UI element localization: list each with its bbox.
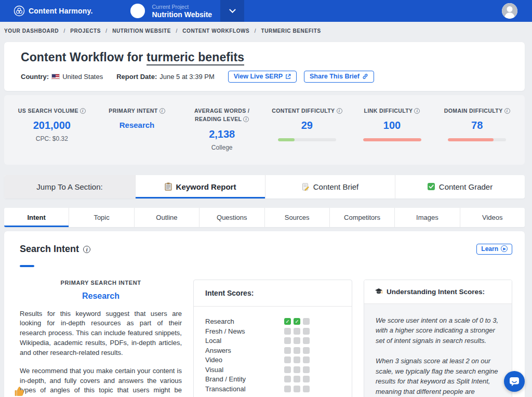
stat-label: CONTENT DIFFICULTY [272, 107, 342, 115]
report-date-value: June 5 at 3:39 PM [159, 73, 215, 81]
breadcrumb-separator: / [255, 28, 256, 34]
info-icon[interactable] [80, 108, 86, 114]
stat-value[interactable]: 100 [357, 120, 428, 131]
stat-value[interactable]: 78 [442, 120, 512, 131]
empty-square-icon [303, 347, 310, 354]
project-selector[interactable]: Current Project Nutrition Website [130, 0, 245, 22]
stat-label: PRIMARY INTENT [102, 107, 172, 115]
breadcrumb-separator: / [105, 28, 107, 34]
info-icon[interactable] [243, 116, 249, 122]
info-icon[interactable] [504, 108, 510, 114]
info-icon[interactable] [414, 108, 420, 114]
tab-intent[interactable]: Intent [4, 208, 69, 227]
stat-value[interactable]: 201,000 [17, 120, 87, 131]
country-value: United States [62, 73, 103, 81]
page-title: Content Workflow for turmeric benefits [21, 50, 512, 64]
us-flag-icon [51, 74, 60, 80]
external-link-icon [285, 74, 291, 80]
workflow-header-card: Content Workflow for turmeric benefits C… [4, 42, 525, 91]
heading-accent-dash [20, 265, 34, 267]
learn-button[interactable]: Learn [476, 244, 512, 255]
score-row-transactional: Transactional [205, 384, 340, 394]
tab-images[interactable]: Images [395, 208, 460, 227]
info-icon[interactable] [337, 108, 342, 114]
info-icon[interactable] [159, 108, 165, 114]
intent-recommendation-paragraph: We recommend that you make certain your … [20, 366, 182, 397]
stat-value[interactable]: 2,138 [187, 128, 257, 140]
project-dropdown-button[interactable] [220, 0, 244, 22]
empty-square-icon [284, 337, 291, 344]
intent-scores-card: Intent Scores: Research✓✓ Fresh / News L… [193, 280, 352, 397]
stat-label: US SEARCH VOLUME [17, 107, 87, 115]
stat-link-difficulty: LINK DIFFICULTY 100 [350, 107, 435, 151]
tab-questions[interactable]: Questions [200, 208, 264, 227]
breadcrumb-separator: / [176, 28, 178, 34]
intent-squares-3 [284, 347, 310, 354]
breadcrumb-keyword[interactable]: TURMERIC BENEFITS [261, 28, 321, 34]
empty-square-icon [303, 386, 310, 392]
intent-squares-5 [284, 366, 310, 373]
empty-square-icon [294, 386, 300, 392]
primary-search-intent-value[interactable]: Research [20, 292, 182, 301]
difficulty-bar [278, 138, 336, 141]
memo-pencil-icon [302, 183, 309, 191]
keyword-stats-band: US SEARCH VOLUME 201,000 CPC: $0.32 PRIM… [4, 95, 525, 165]
page-title-keyword: turmeric benefits [147, 50, 244, 65]
section-tab-content-brief[interactable]: Content Brief [265, 175, 395, 198]
view-live-serp-label: View Live SERP [234, 73, 283, 80]
tab-videos[interactable]: Videos [460, 208, 525, 227]
stat-value[interactable]: 29 [272, 120, 342, 131]
section-tab-keyword-report[interactable]: Keyword Report [135, 175, 265, 198]
graduation-cap-icon [375, 288, 383, 295]
country-meta: Country: United States [21, 73, 103, 81]
empty-square-icon [284, 386, 291, 392]
difficulty-bar [363, 138, 421, 141]
thumbs-up-icon[interactable] [14, 383, 26, 397]
learn-button-label: Learn [481, 245, 498, 253]
search-intent-section: Search Intent Learn PRIMARY SEARCH INTEN… [4, 231, 525, 397]
tab-sources[interactable]: Sources [265, 208, 330, 227]
empty-square-icon [284, 366, 291, 373]
content-harmony-logo-icon [14, 5, 25, 17]
view-live-serp-button[interactable]: View Live SERP [228, 71, 297, 83]
clipboard-icon [165, 182, 172, 191]
tab-outline[interactable]: Outline [135, 208, 200, 227]
intent-scores-list: Research✓✓ Fresh / News Local Answers Vi… [194, 307, 352, 397]
tab-competitors[interactable]: Competitors [330, 208, 395, 227]
intent-squares-2 [284, 337, 310, 344]
user-avatar[interactable] [502, 3, 517, 19]
green-check-icon [428, 183, 435, 190]
info-icon[interactable] [83, 246, 90, 253]
page-title-prefix: Content Workflow for [21, 50, 147, 64]
breadcrumb-workflows[interactable]: CONTENT WORKFLOWS [182, 28, 249, 34]
section-tab-label: Keyword Report [176, 182, 236, 191]
stat-domain-difficulty: DOMAIN DIFFICULTY 78 [434, 107, 520, 151]
tab-topic[interactable]: Topic [69, 208, 134, 227]
score-row-local: Local [205, 336, 340, 346]
stat-sub: College [187, 144, 257, 151]
primary-search-intent-label: PRIMARY SEARCH INTENT [20, 280, 182, 286]
check-square-icon: ✓ [294, 318, 300, 325]
empty-square-icon [284, 356, 291, 363]
empty-square-icon [284, 376, 291, 382]
brand-logo[interactable]: Content Harmony. [14, 5, 93, 17]
empty-square-icon [303, 366, 310, 373]
intent-squares-7 [284, 386, 310, 392]
intent-squares-0: ✓✓ [284, 318, 310, 325]
share-brief-button[interactable]: Share This Brief [304, 71, 374, 83]
project-avatar [130, 4, 145, 18]
report-tab-bar: Intent Topic Outline Questions Sources C… [4, 208, 525, 227]
breadcrumb-projects[interactable]: PROJECTS [70, 28, 101, 34]
stat-value[interactable]: Research [102, 121, 172, 129]
breadcrumb-dashboard[interactable]: YOUR DASHBOARD [4, 28, 59, 34]
top-nav: Content Harmony. Current Project Nutriti… [0, 0, 532, 22]
score-row-visual: Visual [205, 365, 340, 375]
section-tab-label: Content Grader [439, 182, 493, 191]
breadcrumb-project[interactable]: NUTRITION WEBSITE [112, 28, 171, 34]
section-tab-content-grader[interactable]: Content Grader [395, 175, 525, 198]
chat-widget-button[interactable] [504, 371, 525, 392]
score-row-research: Research✓✓ [205, 317, 340, 327]
empty-square-icon [303, 337, 310, 344]
stat-average-words: AVERAGE WORDS / READING LEVEL 2,138 Coll… [179, 107, 264, 151]
section-heading: Search Intent [20, 244, 90, 255]
